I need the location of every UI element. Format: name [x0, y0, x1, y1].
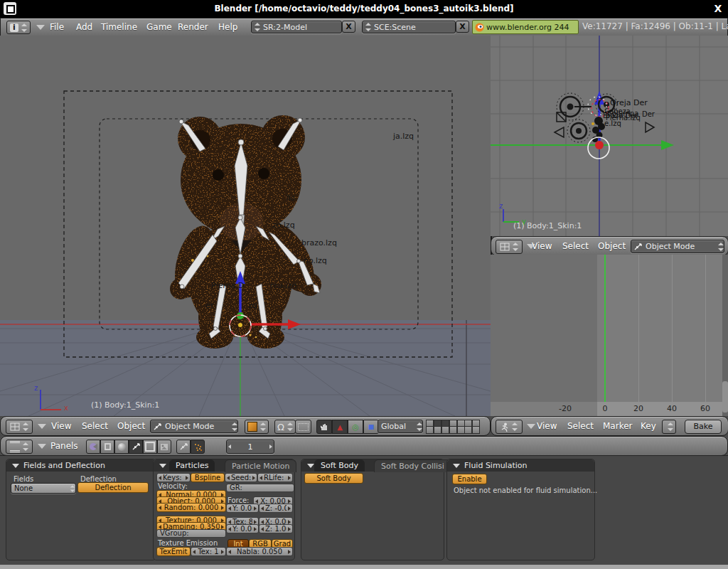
- view-menu[interactable]: View: [537, 419, 557, 433]
- panel-collapse-icon[interactable]: [159, 464, 166, 468]
- mode-dropdown[interactable]: Object Mode: [631, 240, 724, 253]
- action-frames-area[interactable]: [597, 255, 728, 402]
- fields-panel-header[interactable]: Fields and Deflection: [6, 459, 156, 472]
- force-y-field[interactable]: Y: 0.00: [226, 504, 259, 513]
- draw-type-button[interactable]: [245, 420, 269, 434]
- collapse-menu-icon[interactable]: [36, 25, 45, 30]
- viewport-type-button[interactable]: [6, 420, 33, 434]
- layer-cell[interactable]: [464, 426, 472, 434]
- side-3d-viewport[interactable]: z y (1) Body:1_Skin:1 Oreja Der Cabeza C…: [491, 36, 728, 236]
- deflection-toggle[interactable]: Deflection: [77, 482, 149, 493]
- bone-label: rna.lzq: [270, 281, 296, 290]
- blender-org-button[interactable]: www.blender.org 244: [472, 20, 579, 34]
- object-menu[interactable]: Object: [598, 239, 626, 253]
- tex-count-field[interactable]: Tex: 1: [191, 547, 226, 556]
- main-3d-viewport[interactable]: z x (1) Body:1_Skin:1 ja.lzq llo zo.lzq …: [0, 36, 492, 416]
- editing-context-button[interactable]: [143, 440, 157, 454]
- scrollbar-thumb[interactable]: [722, 381, 728, 413]
- header-collapse-icon[interactable]: [527, 424, 535, 429]
- view-menu[interactable]: View: [532, 239, 552, 253]
- object-menu[interactable]: Object: [117, 419, 145, 433]
- screen-delete-x[interactable]: X: [342, 21, 355, 33]
- nabla-field[interactable]: Nabla: 0.050: [226, 547, 293, 556]
- panel-collapse-icon[interactable]: [12, 464, 19, 468]
- select-menu[interactable]: Select: [82, 419, 108, 433]
- panels-menu[interactable]: Panels: [50, 439, 78, 453]
- script-context-button[interactable]: [100, 440, 114, 454]
- view-menu[interactable]: View: [51, 419, 71, 433]
- key-menu[interactable]: Key: [641, 419, 656, 433]
- panel-collapse-icon[interactable]: [453, 464, 460, 468]
- scene-name: SCE:Scene: [371, 23, 455, 32]
- menu-add[interactable]: Add: [76, 20, 92, 34]
- logic-context-button[interactable]: [86, 440, 100, 454]
- bspline-toggle[interactable]: Bspline: [191, 473, 225, 482]
- scene-selector[interactable]: SCE:Scene: [362, 21, 456, 33]
- texemit-toggle[interactable]: TexEmit: [156, 547, 191, 556]
- tex-z-field[interactable]: Z: 1.00: [259, 524, 293, 533]
- frame-increment-icon[interactable]: [269, 445, 272, 449]
- tab-soft-body-collision[interactable]: Soft Body Collisi: [374, 459, 451, 472]
- scale-manipulator-toggle[interactable]: ■: [363, 420, 379, 434]
- editor-type-button[interactable]: [496, 420, 523, 434]
- soft-body-toggle[interactable]: Soft Body: [304, 473, 363, 484]
- window-type-button[interactable]: i: [6, 21, 31, 34]
- pivot-button[interactable]: Ω: [274, 420, 296, 434]
- draw-type-cube-icon: [247, 422, 257, 432]
- keys-field[interactable]: Keys: 8: [156, 473, 191, 482]
- frame-decrement-icon[interactable]: [228, 445, 231, 449]
- center-only-toggle[interactable]: [295, 420, 311, 434]
- translate-manipulator-toggle[interactable]: ▲: [332, 420, 348, 434]
- object-context-button[interactable]: [129, 440, 143, 454]
- manipulator-hand-toggle[interactable]: [316, 420, 332, 434]
- scene-context-button[interactable]: [157, 440, 171, 454]
- fields-type-dropdown[interactable]: None: [11, 483, 76, 494]
- gr-field[interactable]: GR:: [226, 484, 294, 492]
- fluid-panel-header[interactable]: Fluid Simulation: [447, 459, 594, 472]
- random-field[interactable]: Random: 0.000: [156, 503, 226, 512]
- physics-subcontext-button[interactable]: [191, 440, 205, 454]
- tab-particles[interactable]: Particles: [169, 459, 215, 472]
- tab-particle-motion[interactable]: Particle Motion: [225, 459, 296, 472]
- select-menu[interactable]: Select: [567, 419, 594, 433]
- fluid-enable-toggle[interactable]: Enable: [452, 474, 487, 484]
- layer-cell[interactable]: [434, 426, 441, 434]
- viewport-type-button[interactable]: [496, 240, 523, 254]
- menu-game[interactable]: Game: [146, 20, 172, 34]
- marker-menu[interactable]: Marker: [603, 419, 632, 433]
- menu-help[interactable]: Help: [218, 20, 237, 34]
- menu-file[interactable]: File: [50, 20, 64, 34]
- select-menu[interactable]: Select: [562, 239, 589, 253]
- layer-cell[interactable]: [472, 426, 480, 434]
- force-z-field[interactable]: Z: -0.00: [259, 504, 293, 513]
- screen-selector[interactable]: SR:2-Model: [251, 21, 342, 33]
- rlife-field[interactable]: RLife: 0.0: [257, 473, 293, 482]
- layer-cell[interactable]: [441, 426, 449, 434]
- seed-field[interactable]: Seed: 0: [225, 473, 257, 482]
- mode-dropdown[interactable]: Object Mode: [150, 420, 238, 433]
- translate-triangle-icon: ▲: [337, 423, 343, 431]
- menu-render[interactable]: Render: [178, 20, 208, 34]
- tex-y-field[interactable]: Y: 0.00: [226, 524, 259, 533]
- layer-cell[interactable]: [426, 426, 434, 434]
- scene-delete-x[interactable]: X: [456, 21, 469, 33]
- editor-type-button[interactable]: [6, 440, 33, 454]
- layer-cell[interactable]: [449, 426, 457, 434]
- current-frame-line[interactable]: [604, 255, 606, 402]
- action-editor[interactable]: -20 0 20 40 60: [491, 255, 728, 416]
- header-collapse-icon[interactable]: [38, 444, 46, 449]
- frame-number-field[interactable]: 1: [226, 440, 274, 454]
- rotate-manipulator-toggle[interactable]: ◎: [348, 420, 363, 434]
- action-dropdown[interactable]: [662, 420, 676, 434]
- shading-context-button[interactable]: [114, 440, 129, 454]
- side-viewport-canvas: [491, 36, 728, 236]
- panel-collapse-icon[interactable]: [307, 464, 314, 468]
- object-subcontext-button[interactable]: [176, 440, 191, 454]
- orientation-dropdown[interactable]: Global: [378, 420, 423, 433]
- tab-soft-body[interactable]: Soft Body: [314, 459, 365, 472]
- bake-button[interactable]: Bake: [685, 420, 722, 434]
- close-icon[interactable]: X: [711, 0, 725, 18]
- menu-timeline[interactable]: Timeline: [101, 20, 137, 34]
- vgroup-field[interactable]: VGroup:: [156, 529, 226, 538]
- header-collapse-icon[interactable]: [38, 424, 46, 429]
